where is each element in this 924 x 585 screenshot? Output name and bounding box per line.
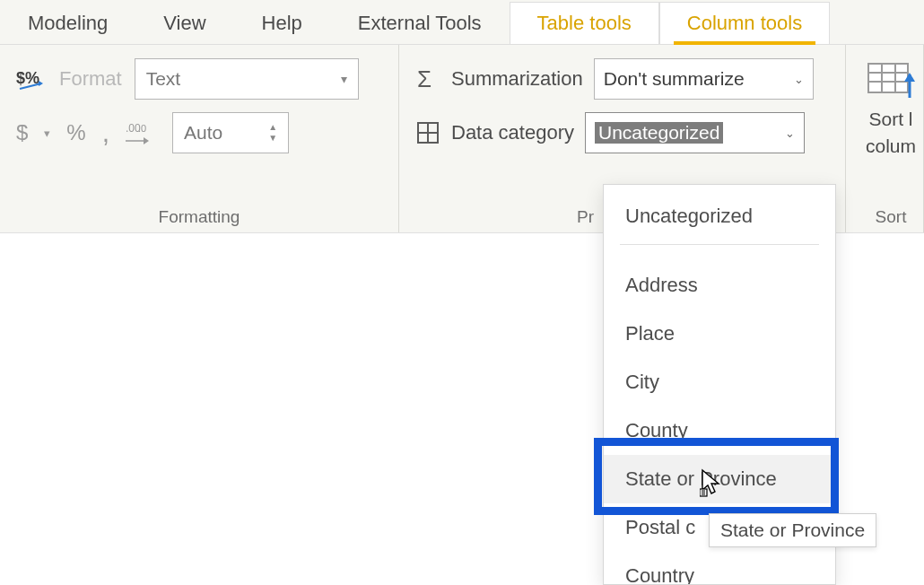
summarization-value: Don't summarize [604,68,745,90]
chevron-down-icon: ▾ [341,72,347,86]
tab-column-tools[interactable]: Column tools [659,2,830,44]
percent-icon[interactable]: % [66,120,85,145]
option-country[interactable]: Country [604,552,835,585]
format-icon: $% [16,65,47,92]
sort-label-line1: Sort l [868,109,912,130]
thousands-icon[interactable]: , [102,118,109,148]
tooltip: State or Province [709,513,876,547]
data-category-label: Data category [451,121,574,144]
format-label: Format [59,67,122,91]
tab-modeling[interactable]: Modeling [0,2,135,44]
group-formatting: $% Format Text ▾ $ ▾ % , .00 [0,45,399,232]
data-category-value: Uncategorized [595,122,723,144]
format-value: Text [146,68,181,90]
chevron-down-icon: ⌄ [785,127,795,140]
decimal-icon[interactable]: .00 .0 [126,121,156,144]
group-sort: Sort l colum Sort [846,45,924,232]
currency-icon[interactable]: $ [16,120,28,145]
svg-text:Σ: Σ [417,65,431,92]
option-uncategorized[interactable]: Uncategorized [604,192,835,240]
tab-table-tools[interactable]: Table tools [510,2,659,44]
chevron-down-icon: ⌄ [794,73,804,86]
option-address[interactable]: Address [604,261,835,310]
data-category-dropdown[interactable]: Uncategorized ⌄ [585,112,805,153]
group-label-sort: Sort [859,202,923,227]
svg-text:.0: .0 [138,123,146,134]
tab-view[interactable]: View [135,2,233,44]
option-county[interactable]: County [604,406,835,455]
tab-help[interactable]: Help [234,2,330,44]
option-city[interactable]: City [604,358,835,406]
chevron-down-icon[interactable]: ▾ [44,127,50,140]
option-place[interactable]: Place [604,310,835,358]
table-sort-icon [867,62,915,103]
decimals-value: Auto [184,122,222,144]
sigma-icon: Σ [415,65,440,92]
group-label-formatting: Formatting [16,202,382,227]
svg-rect-7 [868,64,908,92]
sort-by-column-button[interactable]: Sort l colum [859,58,923,161]
category-icon [415,120,440,145]
ribbon-tabstrip: Modeling View Help External Tools Table … [0,0,924,45]
option-state-or-province[interactable]: State or Province [604,455,835,503]
divider [620,244,819,245]
format-dropdown[interactable]: Text ▾ [135,58,359,100]
spinner-icon: ▲▼ [268,123,277,143]
decimals-input[interactable]: Auto ▲▼ [172,112,289,153]
summarization-label: Summarization [451,67,583,91]
tab-external-tools[interactable]: External Tools [330,2,510,44]
summarization-dropdown[interactable]: Don't summarize ⌄ [594,58,814,100]
sort-label-line2: colum [866,135,916,157]
